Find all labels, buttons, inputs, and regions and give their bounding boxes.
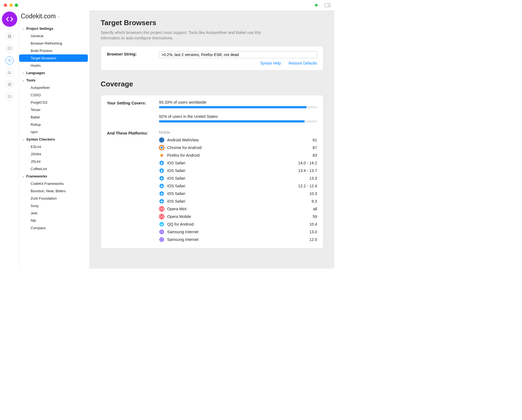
tree-section[interactable]: ⌄Frameworks [19,173,89,180]
platform-row: Chrome for Android87 [159,144,317,151]
tree-item[interactable]: PurgeCSS [19,99,89,106]
tree-item[interactable]: Jeet [19,209,89,217]
restore-defaults-link[interactable]: Restore Defaults [289,61,317,65]
tree-item[interactable]: JSHint [19,150,89,158]
platform-version: 59 [313,214,317,219]
minimize-window-button[interactable] [9,4,13,7]
firefox-icon [159,153,164,158]
tree-item[interactable]: Compass [19,224,89,232]
browser-string-input[interactable] [159,51,317,58]
platform-row: iOS Safari13.4 - 13.7 [159,167,317,174]
tree-section[interactable]: ⌄Project Settings [19,25,89,32]
rail-files-icon[interactable] [5,32,14,40]
tree-item[interactable]: Browser-Refreshing [19,40,89,47]
svg-point-3 [9,60,10,61]
svg-rect-2 [8,47,11,49]
platform-version: 10.3 [309,191,317,196]
chevron-down-icon: ⌄ [318,4,321,7]
app-logo[interactable] [2,11,17,27]
tree-item[interactable]: Zurb Foundation [19,195,89,202]
platform-version: 14.0 - 14.2 [298,161,317,165]
tree-item[interactable]: Build Process [19,47,89,54]
tree-item[interactable]: CoffeeLint [19,165,89,173]
samsung-icon [159,237,164,242]
platform-version: all [313,207,317,211]
platform-row: iOS Safari12.2 - 12.4 [159,182,317,190]
sidebar: Codekit.com ⌄ ⌄Project SettingsGeneralBr… [19,10,90,269]
project-title: Codekit.com [21,13,56,20]
platform-row: Android WebView81 [159,136,317,144]
tree-item[interactable]: CSSO [19,91,89,99]
platform-version: 13.3 [309,176,317,180]
rail-cloud-icon[interactable] [5,68,14,77]
coverage-us-bar [159,120,317,122]
tree-item[interactable]: Susy [19,202,89,209]
tree-item[interactable]: Autoprefixer [19,84,89,91]
page-subtitle: Specify which browsers this project must… [101,30,276,41]
titlebar: ⌄ [0,0,334,10]
tree-item[interactable]: CodeKit Frameworks [19,180,89,187]
settings-tree: ⌄Project SettingsGeneralBrowser-Refreshi… [19,25,89,232]
tree-item[interactable]: npm [19,128,89,136]
tree-item[interactable]: Rollup [19,121,89,128]
rail-package-icon[interactable] [5,80,14,89]
platform-version: 13.4 - 13.7 [298,168,317,173]
tree-item[interactable]: Target Browsers [19,54,88,62]
platform-name: Samsung Internet [167,230,309,234]
server-status-menu[interactable]: ⌄ [315,4,321,7]
chevron-down-icon: ⌄ [21,138,25,141]
rail-terminal-icon[interactable] [5,44,14,52]
platform-name: Samsung Internet [167,237,309,242]
preview-icon[interactable] [324,3,330,7]
coverage-world-bar [159,106,317,108]
tree-section-label: Languages [26,71,45,75]
samsung-icon [159,229,164,235]
platform-version: 81 [313,138,317,142]
platform-name: Opera Mobile [167,214,313,219]
tree-item[interactable]: Bourbon, Neat, Bitters [19,187,89,195]
platform-name: iOS Safari [167,184,298,188]
tree-item[interactable]: Terser [19,106,89,113]
tree-item[interactable]: Babel [19,113,89,121]
tree-item[interactable]: ESLint [19,143,89,150]
tree-item[interactable]: Hooks [19,62,89,69]
coverage-title: Coverage [101,80,323,88]
platform-version: 12.2 - 12.4 [298,184,317,188]
page-title: Target Browsers [101,19,323,27]
platform-version: 13.0 [309,230,317,234]
tree-section-label: Tools [26,78,36,82]
platform-name: iOS Safari [167,199,312,203]
opera-icon [159,214,164,219]
rail-settings-icon[interactable] [5,56,14,65]
tree-item[interactable]: JSLint [19,158,89,165]
chevron-right-icon: › [21,71,25,74]
platform-name: iOS Safari [167,161,298,165]
syntax-help-link[interactable]: Syntax Help [260,61,281,65]
covers-label: Your Setting Covers: [107,100,153,105]
main-content: Target Browsers Specify which browsers t… [90,10,334,269]
server-status-icon [315,4,318,7]
icon-rail [0,10,19,269]
platform-row: Samsung Internet12.0 [159,236,317,243]
zoom-window-button[interactable] [15,4,18,7]
platform-name: Android WebView [167,138,313,142]
platform-row: Samsung Internet13.0 [159,228,317,236]
safari-icon [159,183,164,189]
safari-icon [159,160,164,166]
svg-rect-1 [9,36,11,38]
browser-string-label: Browser String: [107,51,153,56]
safari-icon [159,199,164,204]
svg-rect-0 [8,35,10,37]
tree-section[interactable]: ⌄Syntax Checkers [19,136,89,143]
tree-section[interactable]: ⌄Tools [19,77,89,84]
mobile-header: Mobile [159,130,317,135]
tree-item[interactable]: General [19,32,89,40]
project-title-menu[interactable]: Codekit.com ⌄ [19,10,89,25]
platform-name: iOS Safari [167,191,309,196]
tree-item[interactable]: Nib [19,217,89,224]
platform-name: Opera Mini [167,207,313,211]
rail-history-icon[interactable] [5,92,14,101]
close-window-button[interactable] [4,4,7,7]
tree-section[interactable]: ›Languages [19,69,89,77]
platforms-list: Android WebView81Chrome for Android87Fir… [159,136,317,243]
